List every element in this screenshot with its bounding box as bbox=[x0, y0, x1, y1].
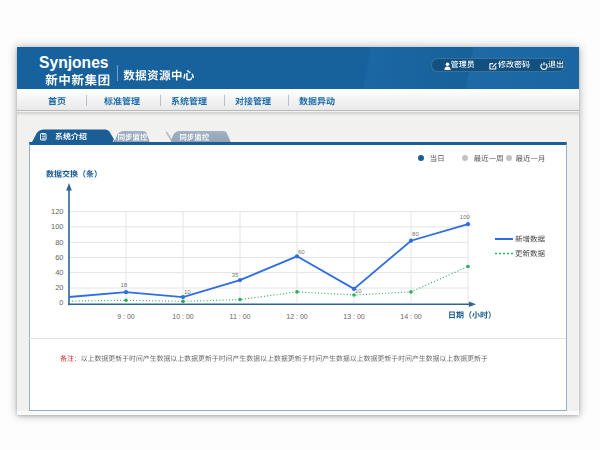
svg-text:0: 0 bbox=[59, 298, 63, 307]
svg-text:60: 60 bbox=[298, 249, 305, 255]
svg-text:80: 80 bbox=[55, 238, 63, 247]
svg-text:12 : 00: 12 : 00 bbox=[286, 313, 308, 320]
svg-text:60: 60 bbox=[55, 253, 63, 262]
svg-text:10: 10 bbox=[355, 288, 362, 294]
svg-text:14 : 00: 14 : 00 bbox=[400, 313, 422, 320]
svg-text:120: 120 bbox=[51, 207, 64, 216]
svg-text:18: 18 bbox=[120, 282, 127, 288]
svg-text:10: 10 bbox=[184, 289, 191, 295]
svg-text:35: 35 bbox=[232, 272, 239, 278]
svg-text:9 : 00: 9 : 00 bbox=[117, 313, 135, 320]
svg-text:20: 20 bbox=[55, 283, 63, 292]
svg-text:13 : 00: 13 : 00 bbox=[343, 313, 365, 320]
svg-text:100: 100 bbox=[51, 222, 64, 231]
svg-text:10 : 00: 10 : 00 bbox=[172, 313, 194, 320]
svg-text:100: 100 bbox=[460, 214, 471, 220]
svg-text:80: 80 bbox=[412, 231, 419, 237]
svg-text:11 : 00: 11 : 00 bbox=[230, 313, 251, 320]
svg-text:40: 40 bbox=[55, 268, 63, 277]
